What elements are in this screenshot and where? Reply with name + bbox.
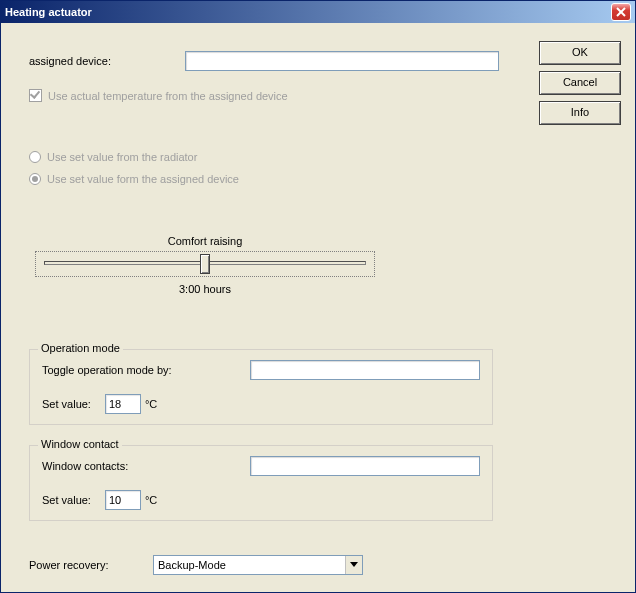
toggle-operation-label: Toggle operation mode by:	[42, 364, 172, 376]
window-contacts-field[interactable]	[250, 456, 480, 476]
operation-mode-group: Operation mode Toggle operation mode by:…	[29, 349, 493, 425]
dialog-buttons: OK Cancel Info	[539, 41, 621, 125]
power-recovery-selected: Backup-Mode	[158, 559, 226, 571]
slider-thumb[interactable]	[200, 254, 210, 274]
comfort-raising-caption: Comfort raising	[35, 235, 375, 247]
dialog-window: Heating actuator OK Cancel Info assigned…	[0, 0, 636, 593]
window-setvalue-input[interactable]	[105, 490, 141, 510]
radio-from-assigned-row: Use set value form the assigned device	[29, 173, 239, 185]
radio-from-radiator[interactable]	[29, 151, 41, 163]
comfort-value-text: 3:00 hours	[35, 283, 375, 295]
cancel-button[interactable]: Cancel	[539, 71, 621, 95]
use-actual-temp-row: Use actual temperature from the assigned…	[29, 89, 288, 102]
svg-marker-2	[350, 562, 358, 567]
power-recovery-label: Power recovery:	[29, 559, 108, 571]
toggle-operation-field[interactable]	[250, 360, 480, 380]
titlebar: Heating actuator	[1, 1, 635, 23]
radio-from-radiator-label: Use set value from the radiator	[47, 151, 197, 163]
operation-setvalue-input[interactable]	[105, 394, 141, 414]
use-actual-temp-label: Use actual temperature from the assigned…	[48, 90, 288, 102]
window-title: Heating actuator	[5, 6, 92, 18]
comfort-slider[interactable]	[35, 251, 375, 277]
chevron-down-icon	[345, 556, 362, 574]
window-contact-legend: Window contact	[38, 438, 122, 450]
operation-setvalue-unit: °C	[145, 398, 157, 410]
radio-from-radiator-row: Use set value from the radiator	[29, 151, 197, 163]
comfort-raising-group: Comfort raising 3:00 hours	[35, 235, 375, 295]
operation-mode-legend: Operation mode	[38, 342, 123, 354]
close-button[interactable]	[611, 3, 631, 21]
info-button[interactable]: Info	[539, 101, 621, 125]
ok-button[interactable]: OK	[539, 41, 621, 65]
radio-from-assigned-label: Use set value form the assigned device	[47, 173, 239, 185]
window-contact-group: Window contact Window contacts: Set valu…	[29, 445, 493, 521]
assigned-device-label: assigned device:	[29, 55, 111, 67]
operation-setvalue-label: Set value:	[42, 398, 91, 410]
operation-setvalue-row: Set value: °C	[42, 394, 157, 414]
assigned-device-field[interactable]	[185, 51, 499, 71]
use-actual-temp-checkbox[interactable]	[29, 89, 42, 102]
window-contacts-label: Window contacts:	[42, 460, 128, 472]
window-setvalue-row: Set value: °C	[42, 490, 157, 510]
close-icon	[616, 7, 626, 17]
power-recovery-dropdown[interactable]: Backup-Mode	[153, 555, 363, 575]
window-setvalue-label: Set value:	[42, 494, 91, 506]
radio-from-assigned[interactable]	[29, 173, 41, 185]
window-setvalue-unit: °C	[145, 494, 157, 506]
